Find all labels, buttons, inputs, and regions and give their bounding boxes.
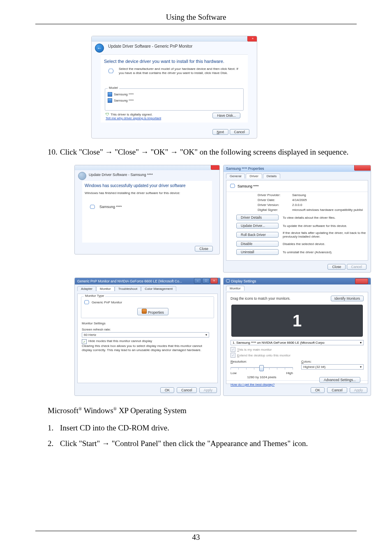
cancel-button[interactable]: Cancel <box>327 387 347 393</box>
close-x: × <box>252 37 254 40</box>
uninstall-button[interactable]: Uninstall <box>236 249 279 255</box>
list-item[interactable]: Samsung **** <box>105 91 243 97</box>
subtext: Windows has finished installing the driv… <box>82 188 212 195</box>
refresh-dropdown[interactable]: 60 Hertz▾ <box>82 332 209 338</box>
ok-button[interactable]: OK <box>311 387 325 393</box>
titlebar-text: Generic PnP Monitor and NVIDIA GeForce 6… <box>77 278 182 284</box>
close-icon[interactable]: × <box>210 278 218 284</box>
monitor-preview[interactable]: 1 <box>231 305 363 337</box>
monitor-icon: 🖵 <box>226 279 230 283</box>
slider-thumb[interactable] <box>259 365 264 371</box>
next-button[interactable]: Next <box>212 129 228 135</box>
tab-details[interactable]: Details <box>263 173 280 178</box>
cancel-button[interactable]: Cancel <box>230 129 249 135</box>
close-icon[interactable] <box>211 165 220 170</box>
back-button <box>78 172 86 180</box>
close-icon[interactable]: × <box>247 36 257 42</box>
tab-monitor[interactable]: Monitor <box>96 286 115 291</box>
close-button[interactable]: Close <box>195 246 213 252</box>
titlebar <box>92 36 257 42</box>
tab-general[interactable]: General <box>226 173 245 178</box>
hide-modes-checkbox[interactable]: ✓ <box>82 339 87 344</box>
identify-monitors-button[interactable]: Identify Monitors <box>331 296 364 301</box>
update-driver-button[interactable]: Update Driver... <box>236 223 279 229</box>
shield-icon: 🛡 <box>106 112 109 116</box>
refresh-label: Screen refresh rate: <box>82 326 213 332</box>
help-link[interactable]: How do I get the best display? <box>231 383 274 386</box>
monitor-mini-icon <box>108 92 112 97</box>
properties-dialog: Samsung **** Properties General Driver D… <box>223 165 371 273</box>
breadcrumb: Update Driver Software - Generic PnP Mon… <box>108 44 192 49</box>
why-link[interactable]: Tell me why driver signing is important <box>106 116 161 120</box>
driver-details-button[interactable]: Driver Details <box>236 215 279 220</box>
list-item[interactable]: Samsung **** <box>105 97 243 104</box>
shield-icon <box>142 309 147 314</box>
tab-monitor[interactable]: Monitor <box>226 286 244 291</box>
colors-dropdown[interactable]: Highest (32 bit)▾ <box>301 364 364 370</box>
close-button[interactable]: Close <box>327 264 346 270</box>
tab-troubleshoot[interactable]: Troubleshoot <box>115 286 141 291</box>
chevron-down-icon: ▾ <box>360 365 362 369</box>
monitor-icon: 🖵 <box>84 299 89 305</box>
step-1: 1.Insert CD into the CD-ROM drive. <box>48 423 169 432</box>
back-button[interactable]: ← <box>95 44 104 53</box>
device-name: Samsung **** <box>99 205 122 209</box>
step-10: 10.Click "Close" → "Close" → "OK" → "OK"… <box>48 147 368 157</box>
model-list[interactable]: Model Samsung **** Samsung **** <box>105 88 244 111</box>
resolution-value: 1280 by 1024 pixels <box>231 375 293 379</box>
wizard-body: Select the device driver you want to ins… <box>101 54 248 123</box>
wizard-description: Select the manufacturer and model of you… <box>119 67 241 75</box>
section-title: Microsoft® Windows® XP Operating System <box>48 406 187 415</box>
page-number: 43 <box>0 533 392 542</box>
four-panel-figure: Update Driver Software - Samsung **** Wi… <box>74 165 370 395</box>
monitor-mini-icon <box>108 98 112 103</box>
cancel-button[interactable]: Cancel <box>177 387 196 393</box>
minimize-icon[interactable]: – <box>194 278 201 284</box>
close-icon[interactable] <box>354 165 371 171</box>
ok-button[interactable]: OK <box>160 387 174 393</box>
tab-driver[interactable]: Driver <box>246 173 262 178</box>
step-text: Click "Close" → "Close" → "OK" → "OK" on… <box>60 148 348 156</box>
list-item-label: Samsung **** <box>114 92 134 96</box>
drag-instruction: Drag the icons to match your monitors. <box>231 296 291 301</box>
resolution-slider[interactable] <box>231 364 293 371</box>
monitor-number: 1 <box>293 312 302 330</box>
have-disk-button[interactable]: Have Disk... <box>212 113 240 118</box>
group-label: Monitor Settings <box>82 321 213 326</box>
wizard-heading: Select the device driver you want to ins… <box>101 55 248 64</box>
checkbox-label: Hide modes that this monitor cannot disp… <box>88 339 152 344</box>
chevron-down-icon: ▾ <box>360 341 362 345</box>
extend-desktop-checkbox: ✓ <box>231 353 235 358</box>
signed-text: This driver is digitally signed. <box>111 113 152 116</box>
tab-adapter[interactable]: Adapter <box>77 286 96 291</box>
group-label: Monitor Type <box>84 294 105 298</box>
page-title: Using the Software <box>0 13 392 22</box>
properties-button[interactable]: Properties <box>137 308 168 315</box>
model-label: Model <box>108 86 119 90</box>
note-text: Clearing this check box allows you to se… <box>78 344 217 352</box>
monitor-name: Samsung **** <box>238 184 259 188</box>
monitor-icon: 🖵 <box>108 68 114 74</box>
heading: Windows has successfully updated your dr… <box>82 181 212 188</box>
monitor-name: Generic PnP Monitor <box>92 301 122 304</box>
apply-button: Apply <box>350 387 367 393</box>
tab-color[interactable]: Color Management <box>141 286 176 291</box>
main-monitor-checkbox: ✓ <box>231 347 235 352</box>
step-2: 2.Click "Start" → "Control Panel" then c… <box>48 439 308 448</box>
breadcrumb: Update Driver Software - Samsung **** <box>89 173 153 177</box>
footer-rule <box>35 531 357 531</box>
disable-button[interactable]: Disable <box>236 241 279 247</box>
rollback-button[interactable]: Roll Back Driver <box>236 232 279 238</box>
update-success-dialog: Update Driver Software - Samsung **** Wi… <box>74 165 220 254</box>
chevron-down-icon: ▾ <box>205 333 207 337</box>
cancel-button: Cancel <box>347 264 367 270</box>
close-icon[interactable] <box>355 278 368 284</box>
apply-button: Apply <box>199 387 217 393</box>
monitor-icon: 🖵 <box>230 183 235 189</box>
maximize-icon[interactable]: □ <box>202 278 210 284</box>
titlebar-text: Display Settings <box>231 279 256 283</box>
back-arrow-icon: ← <box>97 45 102 51</box>
monitor-icon: 🖵 <box>90 204 95 210</box>
display-settings-dialog: 🖵 Display Settings Monitor Drag the icon… <box>223 278 371 396</box>
monitor-select[interactable]: 1. Samsung **** on NVIDIA GeForce 6600 L… <box>231 340 364 345</box>
